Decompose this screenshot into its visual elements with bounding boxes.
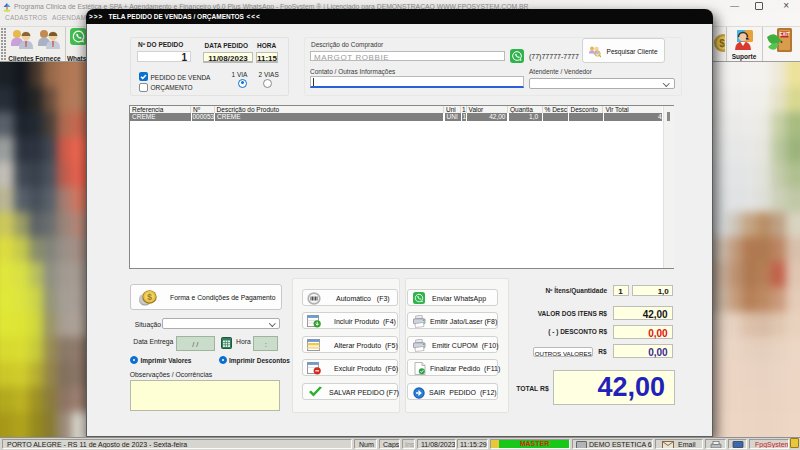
svg-text:$: $ <box>719 38 725 49</box>
svg-text:$: $ <box>147 292 152 302</box>
svg-text:EXIT: EXIT <box>779 32 789 37</box>
